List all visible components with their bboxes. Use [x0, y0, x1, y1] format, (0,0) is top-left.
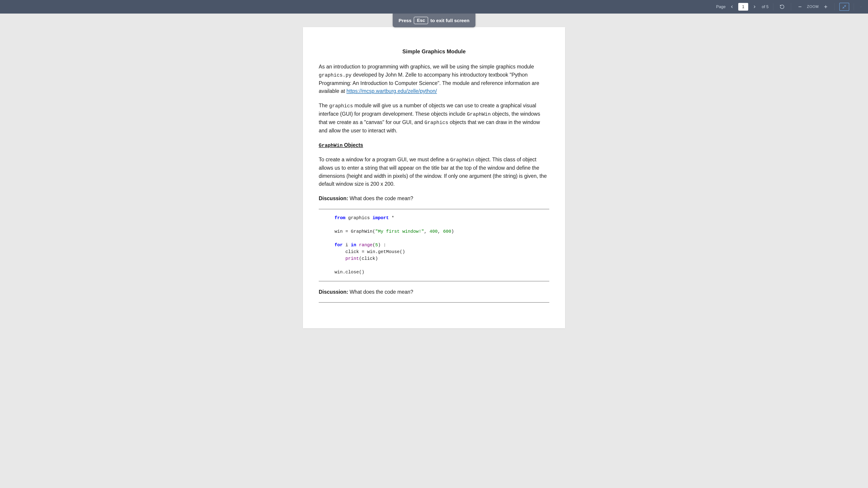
more-options-button[interactable] — [859, 2, 864, 11]
discussion-2: Discussion: What does the code mean? — [319, 288, 549, 296]
rotate-button[interactable] — [778, 2, 786, 11]
document-viewport[interactable]: Press Esc to exit full screen Simple Gra… — [0, 13, 868, 488]
svg-point-6 — [861, 7, 861, 7]
toolbar-separator — [791, 3, 791, 10]
more-vertical-icon — [860, 4, 862, 9]
code-graphwin-2: GraphWin — [450, 157, 474, 163]
page-total-label: of 5 — [762, 4, 769, 9]
code-graphics: graphics — [329, 103, 353, 109]
zoom-out-button[interactable] — [796, 2, 804, 11]
paragraph-3: To create a window for a program GUI, we… — [319, 156, 549, 188]
discussion-label: Discussion: — [319, 195, 348, 201]
pdf-toolbar: Page of 5 ZOOM — [0, 0, 868, 13]
collapse-icon — [842, 4, 846, 9]
rotate-icon — [780, 4, 784, 9]
paragraph-2: The graphics module will give us a numbe… — [319, 102, 549, 135]
document-page: Simple Graphics Module As an introductio… — [303, 27, 565, 328]
link-mcsp-wartburg[interactable]: https://mcsp.wartburg.edu/zelle/python/ — [346, 88, 437, 94]
zoom-label: ZOOM — [807, 5, 819, 9]
discussion-label: Discussion: — [319, 289, 348, 295]
discussion-1: Discussion: What does the code mean? — [319, 195, 549, 203]
code-block: from graphics import * win = GraphWin("M… — [335, 215, 549, 275]
page-number-input[interactable] — [738, 3, 748, 11]
page-label: Page — [716, 4, 725, 9]
fullscreen-esc-hint: Press Esc to exit full screen — [393, 13, 475, 27]
code-graphics-obj: Graphics — [425, 120, 448, 126]
section-heading-graphwin: GraphWin Objects — [319, 141, 549, 149]
document-title: Simple Graphics Module — [319, 47, 549, 56]
chevron-right-icon — [752, 4, 757, 9]
paragraph-1: As an introduction to programming with g… — [319, 63, 549, 95]
page-nav-group: Page of 5 — [716, 3, 769, 11]
code-graphics-py: graphics.py — [319, 72, 351, 78]
esc-hint-suffix: to exit full screen — [430, 18, 469, 23]
chevron-left-icon — [730, 4, 734, 9]
prev-page-button[interactable] — [728, 3, 736, 10]
esc-hint-prefix: Press — [399, 18, 411, 23]
minus-icon — [798, 4, 802, 9]
toolbar-separator — [773, 3, 773, 10]
zoom-group: ZOOM — [796, 2, 830, 11]
next-page-button[interactable] — [751, 3, 758, 10]
esc-key-label: Esc — [414, 17, 428, 24]
zoom-in-button[interactable] — [822, 2, 830, 11]
code-graphwin: GraphWin — [467, 111, 491, 117]
exit-fullscreen-button[interactable] — [839, 3, 849, 11]
plus-icon — [823, 4, 828, 9]
